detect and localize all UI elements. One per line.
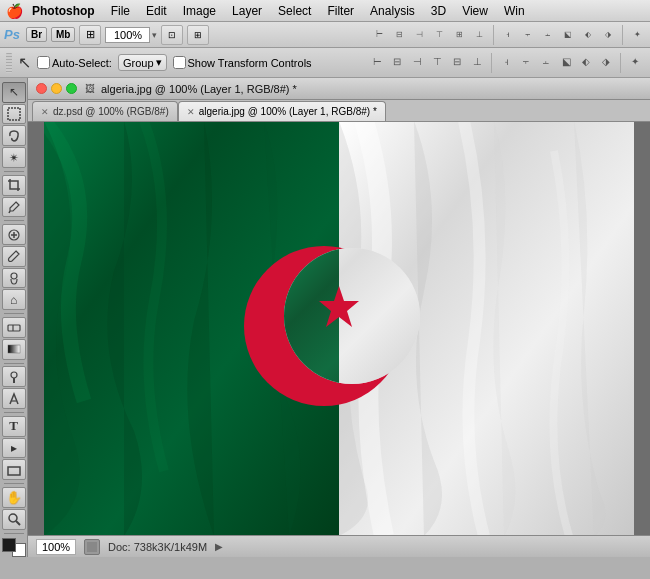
auto-select-checkbox-group: Auto-Select: — [37, 56, 112, 69]
heal-tool[interactable] — [2, 224, 26, 245]
menu-image[interactable]: Image — [175, 2, 224, 20]
dodge-tool[interactable] — [2, 366, 26, 387]
menu-view[interactable]: View — [454, 2, 496, 20]
tab-dz[interactable]: ✕ dz.psd @ 100% (RGB/8#) — [32, 101, 178, 121]
gradient-tool[interactable] — [2, 339, 26, 360]
close-button[interactable] — [36, 83, 47, 94]
brush-tool[interactable] — [2, 246, 26, 267]
move-tool-indicator: ↖ — [18, 53, 31, 72]
separator2 — [622, 25, 623, 45]
separator3 — [491, 53, 492, 73]
align-right-icon2[interactable]: ⊣ — [408, 53, 426, 71]
auto-align-icon[interactable]: ✦ — [628, 26, 646, 44]
type-tool[interactable]: T — [2, 416, 26, 437]
minibrige-button[interactable]: Mb — [51, 27, 75, 42]
bridge-button[interactable]: Br — [26, 27, 47, 42]
auto-select-checkbox[interactable] — [37, 56, 50, 69]
tab-bar: ✕ dz.psd @ 100% (RGB/8#) ✕ algeria.jpg @… — [28, 100, 650, 122]
color-swatches[interactable] — [2, 538, 26, 557]
dist2-icon[interactable]: ⫟ — [517, 53, 535, 71]
marquee-tool[interactable] — [2, 104, 26, 125]
eraser-tool[interactable] — [2, 317, 26, 338]
align-right-icon[interactable]: ⊣ — [410, 26, 428, 44]
minimize-button[interactable] — [51, 83, 62, 94]
menu-bar: 🍎 Photoshop File Edit Image Layer Select… — [0, 0, 650, 22]
group-select-arrow: ▾ — [156, 56, 162, 69]
auto-arrange-icon[interactable]: ✦ — [626, 53, 644, 71]
distribute-left-icon[interactable]: ⫞ — [499, 26, 517, 44]
svg-point-5 — [11, 273, 17, 279]
tool-sep7 — [4, 533, 24, 534]
tab-algeria[interactable]: ✕ algeria.jpg @ 100% (Layer 1, RGB/8#) * — [178, 101, 386, 121]
status-arrow[interactable]: ▶ — [215, 541, 223, 552]
move-tool[interactable]: ↖ — [2, 82, 26, 103]
canvas-area — [28, 122, 650, 535]
tool-sep5 — [4, 412, 24, 413]
shape-tool[interactable] — [2, 459, 26, 480]
align-left-icon2[interactable]: ⊢ — [368, 53, 386, 71]
menu-window[interactable]: Win — [496, 2, 533, 20]
crop-tool[interactable] — [2, 175, 26, 196]
menu-filter[interactable]: Filter — [319, 2, 362, 20]
align-bottom-icon2[interactable]: ⊥ — [468, 53, 486, 71]
svg-rect-0 — [8, 108, 20, 120]
dist5-icon[interactable]: ⬖ — [577, 53, 595, 71]
svg-rect-12 — [8, 467, 20, 475]
tool-sep2 — [4, 220, 24, 221]
menu-file[interactable]: File — [103, 2, 138, 20]
align-center-icon2[interactable]: ⊟ — [388, 53, 406, 71]
menu-edit[interactable]: Edit — [138, 2, 175, 20]
align-top-icon2[interactable]: ⊤ — [428, 53, 446, 71]
status-zoom-input[interactable] — [36, 539, 76, 555]
canvas-preview[interactable] — [84, 539, 100, 555]
dist4-icon[interactable]: ⬕ — [557, 53, 575, 71]
tab-close-1[interactable]: ✕ — [41, 107, 49, 117]
zoom-arrow[interactable]: ▾ — [152, 30, 157, 40]
auto-select-label: Auto-Select: — [52, 57, 112, 69]
zoom-tool[interactable] — [2, 509, 26, 530]
menu-select[interactable]: Select — [270, 2, 319, 20]
svg-rect-8 — [8, 345, 20, 353]
group-select-dropdown[interactable]: Group ▾ — [118, 54, 167, 71]
lasso-tool[interactable] — [2, 125, 26, 146]
dist6-icon[interactable]: ⬗ — [597, 53, 615, 71]
doc-icon: 🖼 — [85, 83, 95, 94]
separator4 — [620, 53, 621, 73]
distribute-right-icon[interactable]: ⫠ — [539, 26, 557, 44]
zoom-display[interactable]: 100% — [105, 27, 150, 43]
dist1-icon[interactable]: ⫞ — [497, 53, 515, 71]
maximize-button[interactable] — [66, 83, 77, 94]
svg-line-14 — [16, 521, 20, 525]
pen-tool[interactable] — [2, 388, 26, 409]
menu-3d[interactable]: 3D — [423, 2, 454, 20]
distribute-bottom-icon[interactable]: ⬗ — [599, 26, 617, 44]
align-middle-icon2[interactable]: ⊟ — [448, 53, 466, 71]
tab-close-2[interactable]: ✕ — [187, 107, 195, 117]
doc-info: Doc: 738k3K/1k49M — [108, 541, 207, 553]
align-top-icon[interactable]: ⊤ — [430, 26, 448, 44]
menu-photoshop[interactable]: Photoshop — [24, 2, 103, 20]
menu-analysis[interactable]: Analysis — [362, 2, 423, 20]
path-select-tool[interactable]: ▸ — [2, 438, 26, 459]
align-middle-icon[interactable]: ⊞ — [450, 26, 468, 44]
align-left-icon[interactable]: ⊢ — [370, 26, 388, 44]
eyedropper-tool[interactable] — [2, 197, 26, 218]
distribute-center-h-icon[interactable]: ⫟ — [519, 26, 537, 44]
dist3-icon[interactable]: ⫠ — [537, 53, 555, 71]
extras-icon[interactable]: ⊞ — [187, 25, 209, 45]
screen-mode-icon[interactable]: ⊡ — [161, 25, 183, 45]
hand-tool[interactable]: ✋ — [2, 487, 26, 508]
distribute-top-icon[interactable]: ⬕ — [559, 26, 577, 44]
menu-layer[interactable]: Layer — [224, 2, 270, 20]
magic-wand-tool[interactable]: ✴ — [2, 147, 26, 168]
transform-controls-checkbox[interactable] — [173, 56, 186, 69]
apple-menu[interactable]: 🍎 — [4, 0, 24, 22]
distribute-middle-icon[interactable]: ⬖ — [579, 26, 597, 44]
workspace-icon1[interactable]: ⊞ — [79, 25, 101, 45]
clone-tool[interactable] — [2, 268, 26, 289]
tool-options-bar: ↖ Auto-Select: Group ▾ Show Transform Co… — [0, 48, 650, 78]
options-bar: Ps Br Mb ⊞ 100% ▾ ⊡ ⊞ ⊢ ⊟ ⊣ ⊤ ⊞ ⊥ ⫞ ⫟ ⫠ … — [0, 22, 650, 48]
align-center-h-icon[interactable]: ⊟ — [390, 26, 408, 44]
history-tool[interactable]: ⌂ — [2, 289, 26, 310]
align-bottom-icon[interactable]: ⊥ — [470, 26, 488, 44]
